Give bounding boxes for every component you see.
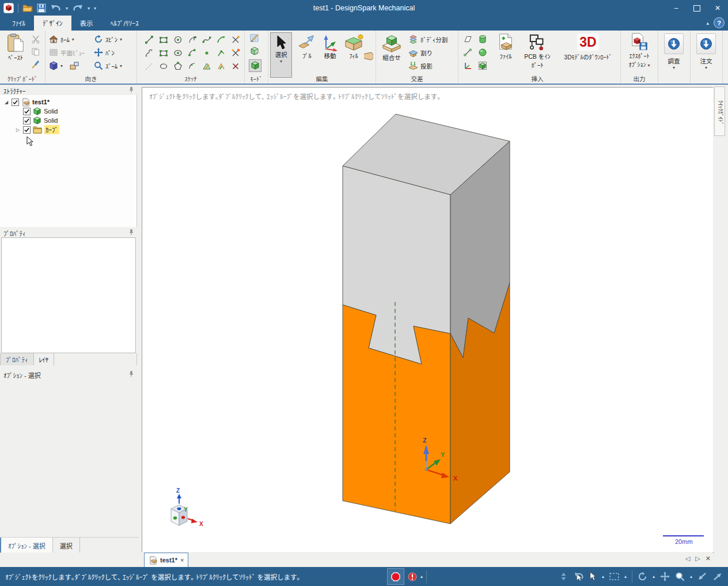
tree-row-solid-1[interactable]: Solid <box>0 107 136 116</box>
model-canvas[interactable]: Z Y X Z Y X 20mm <box>142 88 713 553</box>
sketch-mode-icon[interactable] <box>250 33 259 43</box>
help-icon[interactable]: ? <box>714 17 725 28</box>
sweep-arc-icon[interactable] <box>214 33 228 46</box>
tree-row-curves[interactable]: ▷ ｶｰﾌﾞ <box>0 125 136 134</box>
tab-strip-close-icon[interactable]: ✕ <box>706 555 711 562</box>
pin-icon[interactable] <box>128 229 134 236</box>
copy-icon[interactable] <box>31 47 40 56</box>
spline-icon[interactable] <box>199 33 214 46</box>
stop-recording-button[interactable] <box>387 568 404 585</box>
tree-label[interactable]: ｶｰﾌﾞ <box>44 125 59 134</box>
checkbox[interactable] <box>12 99 19 106</box>
checkbox[interactable] <box>23 108 31 115</box>
tab-select[interactable]: 選択 <box>53 538 80 553</box>
pcb-import-button[interactable]: PCB をｲﾝ ﾎﾟｰﾄ <box>521 33 554 69</box>
section-mode-icon[interactable] <box>250 47 259 56</box>
view-cube-widget[interactable]: Z Y X <box>171 487 203 527</box>
rounded-rectangle-icon[interactable] <box>156 46 170 59</box>
split-body-button[interactable]: ﾎﾞﾃﾞｨ分割 <box>408 35 448 44</box>
tree-row-solid-2[interactable]: Solid <box>0 116 136 125</box>
pan-view-icon[interactable] <box>660 572 670 581</box>
combine-button[interactable]: 組合せ <box>378 33 405 62</box>
filled-ellipse-icon[interactable] <box>156 59 170 73</box>
move-button[interactable]: 移動 <box>319 34 341 60</box>
cylinder-icon[interactable] <box>478 35 487 44</box>
tab-design[interactable]: ﾃﾞｻﾞｲﾝ <box>34 16 71 31</box>
box-select-icon[interactable] <box>609 573 619 580</box>
spin-button[interactable]: ｽﾋﾟﾝ ▾ <box>94 35 122 44</box>
line-3d-icon[interactable] <box>463 48 472 57</box>
zoom-view-icon[interactable] <box>675 572 685 581</box>
select-button[interactable]: 選択 ▾ <box>270 32 292 78</box>
spin-view-dropdown-icon[interactable]: ▴ <box>653 574 655 579</box>
plane-icon[interactable] <box>463 35 472 44</box>
tree-label[interactable]: Solid <box>44 108 58 115</box>
sphere-icon[interactable] <box>478 48 487 57</box>
checkbox[interactable] <box>23 126 31 134</box>
sketch-plane-icon[interactable] <box>199 59 214 73</box>
select-tool-dropdown-icon[interactable]: ▴ <box>602 574 604 579</box>
tab-options-select[interactable]: ｵﾌﾟｼｮﾝ - 選択 <box>0 538 53 553</box>
fill-button[interactable]: ﾌｨﾙ <box>342 34 365 60</box>
collapse-ribbon-icon[interactable]: ▴ <box>706 20 709 26</box>
axes-icon[interactable] <box>463 61 472 70</box>
cut-icon[interactable] <box>31 35 40 44</box>
plan-view-button[interactable]: 平面ﾋﾞｭｰ <box>49 48 85 57</box>
tab-view[interactable]: 表示 <box>71 16 102 31</box>
viewport-3d[interactable]: ｵﾌﾞｼﾞｪｸﾄをｸﾘｯｸします｡ﾀﾞﾌﾞﾙｸﾘｯｸして､ ｴｯｼﾞﾙｰﾌﾟを選… <box>142 87 714 553</box>
error-dropdown-icon[interactable]: ▴ <box>420 574 423 579</box>
order-button[interactable]: 注文 ▾ <box>695 33 717 70</box>
zoom-in-arrow-icon[interactable] <box>712 572 722 581</box>
export-button[interactable]: ｴｸｽﾎﾟｰﾄ ｵﾌﾟｼｮﾝ ▾ <box>622 33 657 69</box>
circle-icon[interactable] <box>170 33 185 46</box>
split-curve-icon[interactable] <box>228 46 242 59</box>
tab-scroll-left-icon[interactable]: ◁ <box>685 555 690 562</box>
rectangle-icon[interactable] <box>156 33 170 46</box>
pan-button[interactable]: ﾊﾟﾝ <box>94 48 115 57</box>
trim-icon[interactable] <box>228 33 242 46</box>
document-tab[interactable]: test1* × <box>144 553 188 567</box>
home-button[interactable]: ﾎｰﾑ ▾ <box>49 35 74 44</box>
select-tool-icon[interactable] <box>589 572 597 581</box>
ellipse-icon[interactable] <box>170 46 185 59</box>
select-previous-icon[interactable] <box>572 572 584 581</box>
pull-button[interactable]: ﾌﾟﾙ <box>296 34 318 60</box>
polygon-icon[interactable] <box>170 59 185 73</box>
selection-filter-spinner-icon[interactable] <box>560 572 567 581</box>
insert-file-button[interactable]: ﾌｧｲﾙ <box>493 33 518 61</box>
shell-icon[interactable] <box>478 61 487 70</box>
bend-icon[interactable] <box>214 46 228 59</box>
tree-label[interactable]: test1* <box>32 99 50 105</box>
paste-button[interactable]: ﾍﾟｰｽﾄ <box>2 33 29 62</box>
three-point-arc-icon[interactable] <box>185 59 199 73</box>
tangent-arc-icon[interactable] <box>185 33 199 46</box>
line-icon[interactable] <box>142 33 156 46</box>
zoom-out-arrow-icon[interactable] <box>697 572 707 581</box>
checkbox[interactable] <box>23 117 31 124</box>
delete-curve-icon[interactable] <box>228 59 242 73</box>
tab-scroll-right-icon[interactable]: ▷ <box>695 555 700 562</box>
construction-line-icon[interactable] <box>142 59 156 73</box>
arc-icon[interactable] <box>185 46 199 59</box>
tab-layers[interactable]: ﾚｲﾔ <box>34 353 55 365</box>
heads-up-view-icon[interactable] <box>70 61 79 70</box>
spin-view-icon[interactable] <box>638 572 647 581</box>
minimize-button[interactable]: – <box>666 0 687 16</box>
quick-guide-tab[interactable]: ｸｲｯｸｶﾞｲﾄﾞ <box>714 86 725 136</box>
view-cube-button[interactable]: ▾ <box>49 61 79 70</box>
tab-properties[interactable]: ﾌﾟﾛﾊﾟﾃｨ <box>0 353 34 365</box>
point-icon[interactable] <box>199 46 214 59</box>
download-3d-model-button[interactable]: 3D 3Dﾓﾃﾞﾙのﾀﾞｳﾝﾛｰﾄﾞ <box>556 33 620 61</box>
document-tab-close-icon[interactable]: × <box>180 557 184 564</box>
box-select-dropdown-icon[interactable]: ▴ <box>624 574 627 579</box>
error-indicator-icon[interactable] <box>408 572 417 581</box>
tab-file[interactable]: ﾌｧｲﾙ <box>3 16 34 31</box>
tree-label[interactable]: Solid <box>44 117 58 124</box>
solid-mode-icon[interactable] <box>249 59 261 72</box>
pin-icon[interactable] <box>128 86 134 93</box>
pin-icon[interactable] <box>128 370 134 377</box>
zoom-view-dropdown-icon[interactable]: ▴ <box>690 574 692 579</box>
tab-help-resources[interactable]: ﾍﾙﾌﾟ/ﾘｿｰｽ <box>102 16 147 31</box>
split-button[interactable]: 割り <box>408 48 433 58</box>
format-painter-icon[interactable] <box>31 60 40 69</box>
